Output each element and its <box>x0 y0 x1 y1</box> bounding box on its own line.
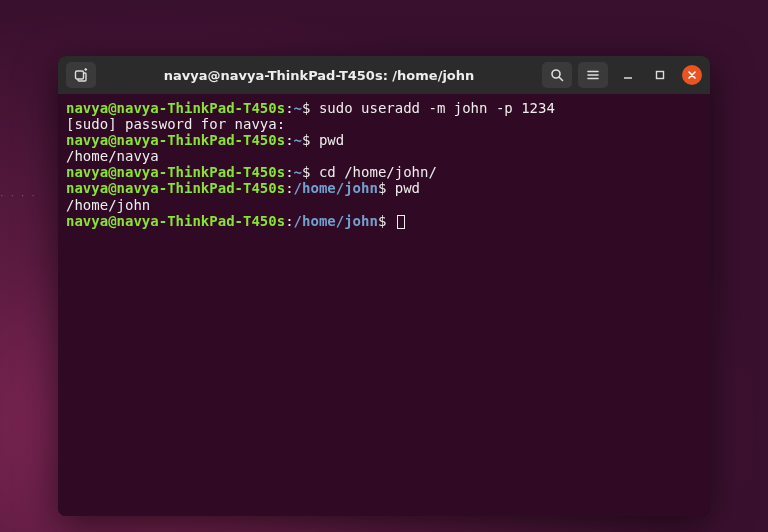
maximize-button[interactable] <box>650 65 670 85</box>
prompt-symbol: $ <box>302 132 319 148</box>
svg-rect-2 <box>657 72 664 79</box>
minimize-icon <box>623 70 633 80</box>
minimize-button[interactable] <box>618 65 638 85</box>
menu-button[interactable] <box>578 62 608 88</box>
terminal-command: pwd <box>319 132 344 148</box>
window-controls <box>618 65 702 85</box>
terminal-line: /home/navya <box>66 148 702 164</box>
terminal-cursor <box>397 215 405 229</box>
prompt-path: ~ <box>294 132 302 148</box>
terminal-output: /home/navya <box>66 148 159 164</box>
terminal-body[interactable]: navya@navya-ThinkPad-T450s:~$ sudo usera… <box>58 94 710 516</box>
terminal-line: [sudo] password for navya: <box>66 116 702 132</box>
terminal-line: navya@navya-ThinkPad-T450s:/home/john$ p… <box>66 180 702 196</box>
prompt-symbol: $ <box>302 100 319 116</box>
prompt-path: /home/john <box>294 180 378 196</box>
window-title: navya@navya-ThinkPad-T450s: /home/john <box>102 68 536 83</box>
svg-rect-0 <box>76 71 84 79</box>
prompt-separator: : <box>285 132 293 148</box>
search-button[interactable] <box>542 62 572 88</box>
prompt-user-host: navya@navya-ThinkPad-T450s <box>66 132 285 148</box>
prompt-separator: : <box>285 100 293 116</box>
wallpaper-decoration: · · · · · <box>0 190 37 201</box>
search-icon <box>550 68 564 82</box>
terminal-command: pwd <box>395 180 420 196</box>
new-tab-button[interactable] <box>66 62 96 88</box>
prompt-separator: : <box>285 213 293 229</box>
close-icon <box>687 70 697 80</box>
terminal-output: [sudo] password for navya: <box>66 116 294 132</box>
terminal-output: /home/john <box>66 197 150 213</box>
prompt-path: ~ <box>294 164 302 180</box>
terminal-line: navya@navya-ThinkPad-T450s:/home/john$ <box>66 213 702 229</box>
close-button[interactable] <box>682 65 702 85</box>
prompt-path: /home/john <box>294 213 378 229</box>
prompt-user-host: navya@navya-ThinkPad-T450s <box>66 164 285 180</box>
terminal-line: navya@navya-ThinkPad-T450s:~$ cd /home/j… <box>66 164 702 180</box>
prompt-symbol: $ <box>378 180 395 196</box>
prompt-user-host: navya@navya-ThinkPad-T450s <box>66 180 285 196</box>
new-tab-icon <box>74 68 88 82</box>
terminal-line: navya@navya-ThinkPad-T450s:~$ sudo usera… <box>66 100 702 116</box>
prompt-user-host: navya@navya-ThinkPad-T450s <box>66 213 285 229</box>
terminal-line: navya@navya-ThinkPad-T450s:~$ pwd <box>66 132 702 148</box>
hamburger-icon <box>586 68 600 82</box>
prompt-separator: : <box>285 164 293 180</box>
titlebar: navya@navya-ThinkPad-T450s: /home/john <box>58 56 710 94</box>
maximize-icon <box>655 70 665 80</box>
terminal-command: cd /home/john/ <box>319 164 437 180</box>
terminal-window: navya@navya-ThinkPad-T450s: /home/john <box>58 56 710 516</box>
terminal-command: sudo useradd -m john -p 1234 <box>319 100 555 116</box>
prompt-separator: : <box>285 180 293 196</box>
prompt-symbol: $ <box>378 213 395 229</box>
prompt-symbol: $ <box>302 164 319 180</box>
prompt-path: ~ <box>294 100 302 116</box>
prompt-user-host: navya@navya-ThinkPad-T450s <box>66 100 285 116</box>
terminal-line: /home/john <box>66 197 702 213</box>
